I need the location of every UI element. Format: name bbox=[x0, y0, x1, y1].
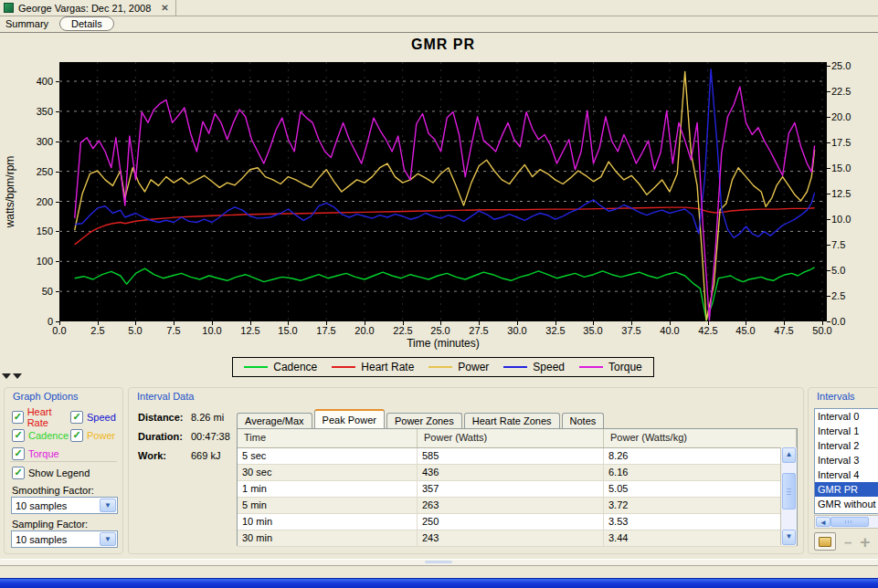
table-row[interactable]: 5 min2633.72 bbox=[238, 498, 797, 514]
left-axis-title: watts/bpm/rpm bbox=[2, 62, 18, 321]
tick-mark bbox=[708, 321, 709, 325]
document-tab[interactable]: George Vargas: Dec 21, 2008 ✕ bbox=[0, 0, 176, 16]
table-cell: 6.16 bbox=[604, 465, 797, 481]
scroll-left-icon[interactable]: ◄ bbox=[816, 517, 830, 527]
stat-row: Work:669 kJ bbox=[138, 450, 246, 461]
legend-item: Speed bbox=[503, 361, 565, 373]
taskbar[interactable] bbox=[0, 578, 878, 588]
tab-details[interactable]: Details bbox=[59, 16, 114, 31]
toggle-speed[interactable]: ✓Speed bbox=[70, 411, 116, 424]
tab-summary[interactable]: Summary bbox=[5, 18, 48, 29]
tab-close-icon[interactable]: ✕ bbox=[161, 3, 168, 13]
column-header[interactable]: Power (Watts) bbox=[418, 429, 604, 447]
checkbox-icon[interactable]: ✓ bbox=[70, 429, 83, 442]
tick-mark bbox=[98, 321, 99, 325]
chevron-down-icon[interactable]: ▼ bbox=[100, 532, 116, 546]
tick-mark bbox=[326, 321, 327, 325]
sampling-select[interactable]: 10 samples ▼ bbox=[11, 530, 118, 548]
interval-item[interactable]: Interval 3 bbox=[815, 453, 878, 467]
tick-mark bbox=[288, 321, 289, 325]
left-axis-tick: 200 bbox=[24, 196, 53, 207]
x-axis-tick: 32.5 bbox=[543, 325, 568, 336]
checkbox-icon[interactable]: ✓ bbox=[12, 411, 24, 424]
tick-mark bbox=[479, 321, 480, 325]
tab-notes[interactable]: Notes bbox=[562, 413, 605, 429]
splitter-bar[interactable] bbox=[0, 559, 878, 566]
column-header[interactable]: Time bbox=[238, 429, 418, 447]
table-row[interactable]: 1 min3575.05 bbox=[238, 481, 797, 498]
remove-interval-button[interactable]: – bbox=[844, 535, 852, 549]
divider bbox=[10, 461, 117, 462]
legend-line-swatch bbox=[579, 366, 603, 368]
table-row[interactable]: 5 sec5858.26 bbox=[238, 448, 797, 465]
checkbox-icon[interactable]: ✓ bbox=[12, 447, 25, 460]
interval-item[interactable]: Interval 2 bbox=[815, 438, 878, 453]
rename-interval-button[interactable] bbox=[814, 532, 836, 551]
tab-average-max[interactable]: Average/Max bbox=[237, 413, 312, 429]
tick-mark bbox=[56, 202, 59, 203]
x-axis-tick: 47.5 bbox=[771, 325, 797, 336]
toggle-power[interactable]: ✓Power bbox=[70, 429, 115, 442]
tab-power-zones[interactable]: Power Zones bbox=[386, 413, 462, 429]
scroll-up-icon[interactable]: ▲ bbox=[782, 447, 796, 463]
table-row[interactable]: 30 min2433.44 bbox=[238, 530, 797, 547]
table-cell: 1 min bbox=[238, 481, 418, 498]
table-cell: 30 min bbox=[238, 530, 418, 547]
table-cell: 5.05 bbox=[604, 481, 797, 498]
table-cell: 3.44 bbox=[604, 530, 797, 547]
left-axis-tick: 300 bbox=[24, 136, 53, 147]
right-axis-tick: 25.0 bbox=[831, 60, 862, 71]
chart-title: GMR PR bbox=[59, 37, 827, 53]
toggle-torque[interactable]: ✓Torque bbox=[12, 447, 70, 460]
column-header[interactable]: Power (Watts/kg) bbox=[604, 429, 797, 447]
graph-options-panel: Graph Options ✓Heart Rate✓Speed✓Cadence✓… bbox=[4, 387, 123, 554]
view-switcher: Summary Details bbox=[0, 16, 878, 33]
chevron-down-icon[interactable]: ▼ bbox=[100, 499, 116, 512]
legend-line-swatch bbox=[503, 366, 527, 368]
splitter-grip[interactable] bbox=[425, 561, 452, 563]
tick-mark bbox=[631, 321, 632, 325]
x-axis-tick: 5.0 bbox=[122, 325, 148, 336]
tick-mark bbox=[440, 321, 441, 325]
scroll-thumb[interactable] bbox=[782, 473, 796, 509]
smoothing-select[interactable]: 10 samples ▼ bbox=[11, 497, 118, 514]
interval-item[interactable]: Interval 0 bbox=[815, 409, 878, 424]
x-axis-tick: 35.0 bbox=[580, 325, 606, 336]
tick-mark bbox=[56, 231, 59, 232]
add-interval-button[interactable]: + bbox=[860, 535, 870, 549]
interval-item[interactable]: Interval 4 bbox=[815, 467, 878, 482]
interval-item[interactable]: GMR PR bbox=[815, 482, 878, 497]
x-axis-tick: 42.5 bbox=[695, 325, 721, 336]
x-axis-tick: 45.0 bbox=[733, 325, 758, 336]
table-row[interactable]: 30 sec4366.16 bbox=[238, 465, 797, 481]
interval-item[interactable]: Interval 1 bbox=[815, 424, 878, 438]
show-legend-option[interactable]: ✓ Show Legend bbox=[12, 467, 90, 479]
sampling-label: Sampling Factor: bbox=[12, 519, 88, 530]
interval-item[interactable]: GMR without t bbox=[815, 497, 878, 511]
checkbox-icon[interactable]: ✓ bbox=[12, 429, 25, 442]
scroll-down-icon[interactable]: ▼ bbox=[782, 530, 796, 545]
toggle-cadence[interactable]: ✓Cadence bbox=[12, 429, 70, 442]
tick-mark bbox=[56, 142, 59, 142]
intervals-list[interactable]: Interval 0Interval 1Interval 2Interval 3… bbox=[814, 408, 878, 514]
checkbox-icon[interactable]: ✓ bbox=[70, 411, 83, 424]
toggle-heart-rate[interactable]: ✓Heart Rate bbox=[12, 406, 70, 428]
tick-mark bbox=[827, 168, 830, 169]
tab-heart-rate-zones[interactable]: Heart Rate Zones bbox=[464, 413, 560, 429]
series-power bbox=[75, 72, 815, 320]
interval-data-title: Interval Data bbox=[137, 391, 194, 402]
tick-mark bbox=[135, 321, 136, 325]
left-axis-tick: 50 bbox=[24, 286, 53, 297]
table-scrollbar[interactable]: ▲ ▼ bbox=[780, 447, 797, 545]
scroll-thumb[interactable] bbox=[830, 517, 869, 527]
plot-area[interactable] bbox=[59, 62, 827, 321]
tick-mark bbox=[822, 321, 823, 325]
splitter-collapse-icon[interactable] bbox=[2, 373, 22, 379]
tick-mark bbox=[212, 321, 213, 325]
tab-peak-power[interactable]: Peak Power bbox=[314, 409, 385, 429]
intervals-scrollbar[interactable]: ◄ bbox=[814, 515, 878, 529]
document-tabbar: George Vargas: Dec 21, 2008 ✕ bbox=[0, 0, 878, 16]
table-row[interactable]: 10 min2503.53 bbox=[238, 514, 797, 530]
tick-mark bbox=[670, 321, 671, 325]
show-legend-checkbox[interactable]: ✓ bbox=[12, 467, 25, 479]
